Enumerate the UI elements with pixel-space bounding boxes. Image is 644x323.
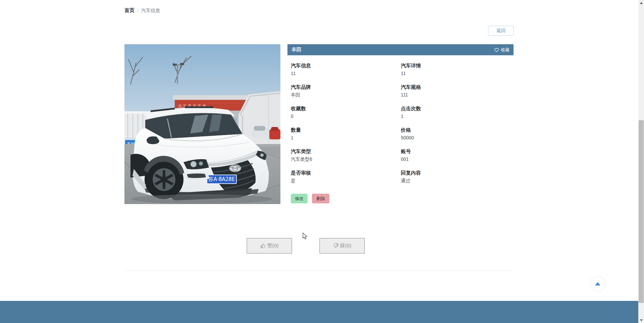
edit-button[interactable]: 修改: [291, 194, 308, 203]
car-photo-illustration: 客户停车请取卡 洗 车 美 容 装 饰: [124, 44, 280, 204]
field-value: 0: [291, 113, 401, 120]
field-audit-status: 是否审核 是: [291, 170, 401, 184]
field-value: 汽车类型6: [291, 156, 401, 163]
section-divider: [124, 270, 514, 271]
triangle-down-icon: [640, 319, 643, 321]
back-to-top-button[interactable]: [590, 276, 605, 291]
field-value: 50000: [401, 135, 510, 141]
breadcrumb-separator: /: [137, 8, 139, 13]
field-value: 是: [291, 178, 401, 184]
dislike-button[interactable]: 踩(0): [319, 238, 365, 254]
field-car-info: 汽车信息 11: [291, 62, 401, 77]
arrow-up-icon: [595, 282, 600, 285]
field-car-spec: 汽车规格 111: [401, 84, 510, 98]
panel-header: 丰田 收藏: [287, 44, 514, 55]
favorite-label: 收藏: [501, 47, 509, 53]
heart-outline-icon: [494, 48, 499, 52]
svg-text:苏A·8A28E: 苏A·8A28E: [209, 176, 235, 182]
thumbs-down-icon: [333, 243, 339, 249]
car-photo: 客户停车请取卡 洗 车 美 容 装 饰: [124, 44, 280, 204]
field-label: 数量: [291, 127, 401, 133]
back-button[interactable]: 返回: [488, 26, 514, 36]
panel-title: 丰田: [291, 47, 302, 53]
delete-button[interactable]: 删除: [312, 194, 329, 203]
like-button[interactable]: 赞(0): [247, 238, 292, 254]
field-label: 收藏数: [291, 105, 401, 112]
detail-section: 客户停车请取卡 洗 车 美 容 装 饰: [124, 44, 514, 204]
field-label: 汽车信息: [291, 62, 401, 69]
scrollbar-thumb[interactable]: [639, 120, 644, 303]
footer-bar: [0, 301, 638, 323]
field-label: 账号: [401, 148, 510, 154]
field-reply-content: 回复内容 通过: [401, 170, 510, 184]
field-label: 汽车类型: [291, 148, 401, 154]
field-price: 价格 50000: [401, 127, 510, 141]
field-click-count: 点击次数 1: [401, 105, 510, 120]
breadcrumb: 首页 / 汽车信息: [124, 7, 160, 14]
field-quantity: 数量 1: [291, 127, 401, 141]
field-label: 汽车详情: [401, 62, 510, 69]
field-value: 1: [291, 135, 401, 141]
action-row: 修改 删除: [291, 194, 510, 203]
scrollbar-down-arrow[interactable]: [638, 317, 644, 323]
license-plate: 苏A·8A28E: [207, 175, 236, 184]
field-value: 1: [401, 113, 510, 120]
panel-body: 汽车信息 11 汽车详情 11 汽车品牌 丰田 汽车规格: [287, 55, 514, 203]
field-label: 价格: [401, 127, 510, 133]
field-account: 账号 001: [401, 148, 510, 163]
content-area: 首页 / 汽车信息 返回: [124, 0, 514, 323]
field-label: 是否审核: [291, 170, 401, 176]
field-label: 回复内容: [401, 170, 510, 176]
detail-panel: 丰田 收藏 汽车信息 11: [287, 44, 514, 204]
like-label: 赞(0): [267, 243, 278, 249]
favorite-button[interactable]: 收藏: [494, 47, 509, 53]
triangle-up-icon: [640, 2, 643, 4]
field-value: 丰田: [291, 92, 401, 98]
field-value: 11: [401, 70, 510, 77]
field-car-brand: 汽车品牌 丰田: [291, 84, 401, 98]
field-car-type: 汽车类型 汽车类型6: [291, 148, 401, 163]
field-favorite-count: 收藏数 0: [291, 105, 401, 120]
field-value: 通过: [401, 178, 510, 184]
field-value: 11: [291, 70, 401, 77]
breadcrumb-home[interactable]: 首页: [124, 7, 135, 14]
field-label: 汽车品牌: [291, 84, 401, 90]
thumbs-up-icon: [260, 243, 266, 249]
breadcrumb-current: 汽车信息: [141, 8, 160, 14]
field-car-detail: 汽车详情 11: [401, 62, 510, 77]
field-grid: 汽车信息 11 汽车详情 11 汽车品牌 丰田 汽车规格: [291, 62, 510, 191]
vertical-scrollbar[interactable]: [638, 0, 644, 323]
field-value: 001: [401, 156, 510, 163]
scrollbar-up-arrow[interactable]: [638, 0, 644, 6]
field-value: 111: [401, 92, 510, 98]
page: 首页 / 汽车信息 返回: [0, 0, 644, 323]
dislike-label: 踩(0): [340, 243, 351, 249]
field-label: 汽车规格: [401, 84, 510, 90]
field-label: 点击次数: [401, 105, 510, 112]
